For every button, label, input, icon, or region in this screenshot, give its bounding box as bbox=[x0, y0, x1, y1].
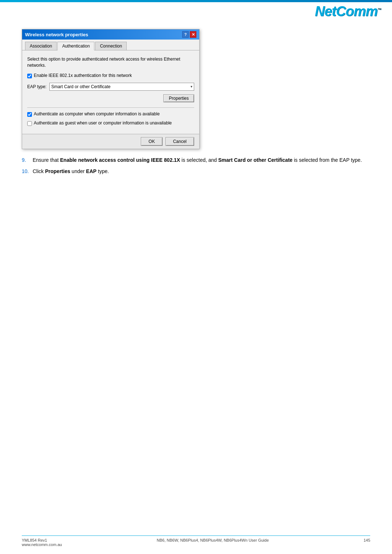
authenticate-computer-label: Authenticate as computer when computer i… bbox=[34, 111, 160, 116]
dialog-description: Select this option to provide authentica… bbox=[27, 56, 194, 69]
authenticate-computer-checkbox[interactable] bbox=[27, 112, 32, 117]
properties-button[interactable]: Properties bbox=[163, 94, 194, 102]
logo-tm: ™ bbox=[377, 7, 381, 12]
dialog-body: Select this option to provide authentica… bbox=[22, 50, 199, 134]
instruction-10-text: Click Properties under EAP type. bbox=[33, 168, 370, 175]
instruction-10-num: 10. bbox=[22, 168, 33, 175]
authenticate-guest-label: Authenticate as guest when user or compu… bbox=[34, 120, 172, 126]
tab-connection[interactable]: Connection bbox=[95, 42, 127, 50]
properties-row: Properties bbox=[27, 94, 194, 102]
authenticate-guest-row: Authenticate as guest when user or compu… bbox=[27, 120, 194, 126]
eap-row: EAP type: Smart Card or other Certificat… bbox=[27, 83, 194, 91]
main-content: Wireless network properties ? ✕ Associat… bbox=[22, 29, 370, 179]
footer-revision: YML854 Rev1 bbox=[22, 538, 62, 542]
chevron-down-icon: ▾ bbox=[191, 85, 192, 89]
dialog-titlebar: Wireless network properties ? ✕ bbox=[22, 29, 199, 40]
emphasis-ieee: Enable network access control using IEEE… bbox=[60, 157, 180, 163]
tab-authentication[interactable]: Authentication bbox=[57, 42, 94, 50]
authenticate-guest-checkbox[interactable] bbox=[27, 121, 32, 126]
emphasis-smartcard: Smart Card or other Certificate bbox=[218, 157, 293, 163]
footer-center: NB6, NB6W, NB6Plus4, NB6Plus4W, NB6Plus4… bbox=[157, 538, 269, 547]
enable-ieee-label: Enable IEEE 802.1x authentication for th… bbox=[34, 73, 132, 78]
logo-text: NetComm™ bbox=[315, 4, 381, 19]
logo-brand: NetComm bbox=[315, 4, 377, 19]
footer-product-info: NB6, NB6W, NB6Plus4, NB6Plus4W, NB6Plus4… bbox=[157, 538, 269, 542]
dialog-controls: ? ✕ bbox=[182, 31, 196, 38]
dialog-footer: OK Cancel bbox=[22, 134, 199, 149]
eap-type-select[interactable]: Smart Card or other Certificate ▾ bbox=[49, 83, 194, 91]
eap-type-label: EAP type: bbox=[27, 84, 46, 89]
enable-ieee-checkbox[interactable] bbox=[27, 74, 32, 78]
instruction-9-num: 9. bbox=[22, 156, 33, 164]
dialog-tabs: Association Authentication Connection bbox=[22, 40, 199, 50]
emphasis-properties: Properties bbox=[45, 168, 70, 174]
footer-page-number: 145 bbox=[364, 538, 370, 542]
tab-association[interactable]: Association bbox=[25, 42, 57, 50]
page-footer: YML854 Rev1 www.netcomm.com.au NB6, NB6W… bbox=[22, 535, 370, 547]
logo-area: NetComm™ bbox=[315, 4, 381, 19]
authenticate-computer-row: Authenticate as computer when computer i… bbox=[27, 111, 194, 117]
instruction-10: 10. Click Properties under EAP type. bbox=[22, 168, 370, 175]
emphasis-eap: EAP bbox=[86, 168, 97, 174]
instruction-9: 9. Ensure that Enable network access con… bbox=[22, 156, 370, 164]
footer-website: www.netcomm.com.au bbox=[22, 542, 62, 547]
ok-button[interactable]: OK bbox=[141, 137, 162, 146]
help-button[interactable]: ? bbox=[182, 31, 189, 38]
header-bar bbox=[0, 0, 392, 2]
cancel-button[interactable]: Cancel bbox=[166, 137, 194, 146]
footer-left: YML854 Rev1 www.netcomm.com.au bbox=[22, 538, 62, 547]
enable-ieee-row: Enable IEEE 802.1x authentication for th… bbox=[27, 73, 194, 78]
instruction-9-text: Ensure that Enable network access contro… bbox=[33, 156, 370, 164]
instructions: 9. Ensure that Enable network access con… bbox=[22, 156, 370, 175]
dialog-window: Wireless network properties ? ✕ Associat… bbox=[22, 29, 200, 149]
dialog-title: Wireless network properties bbox=[25, 32, 88, 37]
eap-type-value: Smart Card or other Certificate bbox=[51, 84, 110, 89]
separator bbox=[27, 107, 194, 108]
footer-right: 145 bbox=[364, 538, 370, 547]
close-button[interactable]: ✕ bbox=[190, 31, 196, 38]
